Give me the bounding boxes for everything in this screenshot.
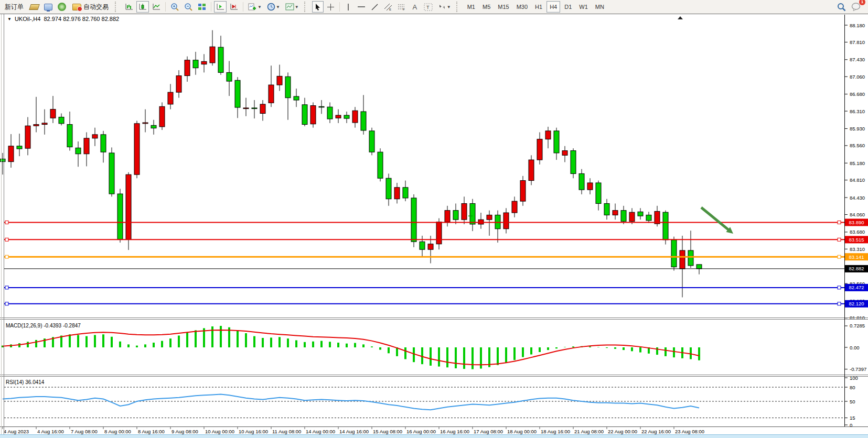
horizontal-line-82882[interactable]: 82.882 xyxy=(4,265,868,272)
price-tag-label: 82.472 xyxy=(849,284,864,290)
timeframe-H4[interactable]: H4 xyxy=(546,1,560,13)
arrows-button[interactable]: ▼ xyxy=(436,1,453,13)
zoom-in-button[interactable] xyxy=(168,1,181,13)
text-button[interactable]: A xyxy=(409,1,421,13)
timeframe-H1[interactable]: H1 xyxy=(532,1,545,13)
price-tick-label: 86.310 xyxy=(850,108,865,114)
auto-scroll-icon xyxy=(216,3,224,10)
candle xyxy=(596,183,601,203)
candle xyxy=(59,117,64,124)
indicators-button[interactable]: ▼ xyxy=(246,1,264,13)
toolbar-grip[interactable] xyxy=(304,2,309,12)
macd-axis-label: -0.7397 xyxy=(850,366,866,372)
candle xyxy=(537,139,542,160)
line-handle[interactable] xyxy=(838,302,841,305)
arrows-icon xyxy=(438,3,446,10)
candle xyxy=(319,106,324,107)
timeframe-M30[interactable]: M30 xyxy=(513,1,531,13)
horizontal-line-82472[interactable]: 82.472 xyxy=(4,284,868,291)
bar-chart-icon xyxy=(125,3,133,10)
vertical-line-button[interactable] xyxy=(342,1,354,13)
candle xyxy=(680,250,685,269)
arrow-shaft[interactable] xyxy=(701,207,729,231)
fibonacci-button[interactable]: F xyxy=(395,1,408,13)
price-tag-label: 83.141 xyxy=(849,254,864,260)
candle xyxy=(545,131,551,139)
templates-button[interactable]: ▼ xyxy=(283,1,301,13)
periods-clock-icon xyxy=(267,3,275,11)
price-tick-label: 83.310 xyxy=(850,246,865,252)
periods-button[interactable]: ▼ xyxy=(265,1,282,13)
crosshair-button[interactable] xyxy=(325,1,337,13)
signals-button[interactable] xyxy=(56,1,68,13)
line-handle[interactable] xyxy=(5,255,8,258)
chart-canvas[interactable]: 88.18087.81087.43087.06086.68086.31085.9… xyxy=(0,14,868,438)
line-chart-button[interactable] xyxy=(150,1,163,13)
timeframe-M1[interactable]: M1 xyxy=(464,1,478,13)
horizontal-line-83141[interactable]: 83.141 xyxy=(4,253,868,260)
candle xyxy=(646,215,651,221)
horizontal-line-82120[interactable]: 82.120 xyxy=(4,300,868,308)
price-tick-label: 84.060 xyxy=(850,212,865,217)
timeframe-M5[interactable]: M5 xyxy=(479,1,494,13)
candle xyxy=(336,115,341,118)
gold-bar-button[interactable] xyxy=(28,1,41,13)
line-handle[interactable] xyxy=(838,255,841,258)
zoom-out-button[interactable] xyxy=(182,1,195,13)
text-icon: A xyxy=(412,3,417,11)
terminal-icon xyxy=(44,4,52,10)
tile-windows-button[interactable] xyxy=(196,1,208,13)
horizontal-line-button[interactable] xyxy=(355,1,368,13)
line-handle[interactable] xyxy=(5,238,8,241)
timeframe-W1[interactable]: W1 xyxy=(576,1,591,13)
line-handle[interactable] xyxy=(838,238,841,241)
candle xyxy=(92,135,98,138)
time-tick-label: 17 Aug 08:00 xyxy=(474,429,503,434)
line-handle[interactable] xyxy=(5,221,8,224)
time-tick-label: 18 Aug 16:00 xyxy=(541,429,570,434)
candle xyxy=(696,265,702,269)
signals-icon xyxy=(58,3,66,11)
candle xyxy=(445,211,450,222)
timeframe-D1[interactable]: D1 xyxy=(561,1,575,13)
collapse-triangle-icon[interactable]: ▼ xyxy=(7,17,12,21)
search-button[interactable] xyxy=(835,1,848,13)
timeframe-M15[interactable]: M15 xyxy=(495,1,512,13)
auto-scroll-button[interactable] xyxy=(214,1,227,13)
timeframe-MN[interactable]: MN xyxy=(592,1,607,13)
rsi-axis-label: 80 xyxy=(850,385,855,390)
candle xyxy=(310,106,316,124)
candle xyxy=(453,211,458,220)
chart-shift-button[interactable] xyxy=(228,1,240,13)
label-button[interactable]: T xyxy=(422,1,435,13)
candle xyxy=(176,76,181,93)
candle xyxy=(327,107,333,119)
candle xyxy=(378,152,383,178)
gold-bar-icon xyxy=(29,4,40,10)
toolbar-grip[interactable] xyxy=(115,2,120,12)
terminal-button[interactable] xyxy=(42,1,55,13)
line-handle[interactable] xyxy=(5,302,8,305)
line-handle[interactable] xyxy=(5,286,8,289)
cursor-button[interactable] xyxy=(312,1,324,13)
line-handle[interactable] xyxy=(838,221,841,224)
annotation-arrow[interactable] xyxy=(701,207,733,234)
line-handle[interactable] xyxy=(838,286,841,289)
candle xyxy=(487,215,492,220)
candle xyxy=(185,60,190,76)
trendline-button[interactable] xyxy=(369,1,381,13)
bar-chart-button[interactable] xyxy=(123,1,135,13)
channel-button[interactable]: E xyxy=(382,1,394,13)
new-order-button[interactable]: 新订单 xyxy=(2,1,27,13)
tile-windows-icon xyxy=(198,3,206,10)
autotrading-button[interactable]: 自动交易 xyxy=(69,1,112,13)
toolbar-grip[interactable] xyxy=(456,2,461,12)
chart-shift-marker[interactable] xyxy=(678,16,683,19)
time-tick-label: 11 Aug 08:00 xyxy=(272,429,301,434)
candle xyxy=(243,108,249,109)
candle xyxy=(512,201,517,213)
macd-panel: MACD(12,26,9) -0.4393 -0.28470.72850.00-… xyxy=(3,323,866,372)
price-tick-label: 84.430 xyxy=(850,195,865,201)
rsi-axis-label: 100 xyxy=(850,375,858,381)
candlestick-chart-button[interactable] xyxy=(136,1,149,13)
